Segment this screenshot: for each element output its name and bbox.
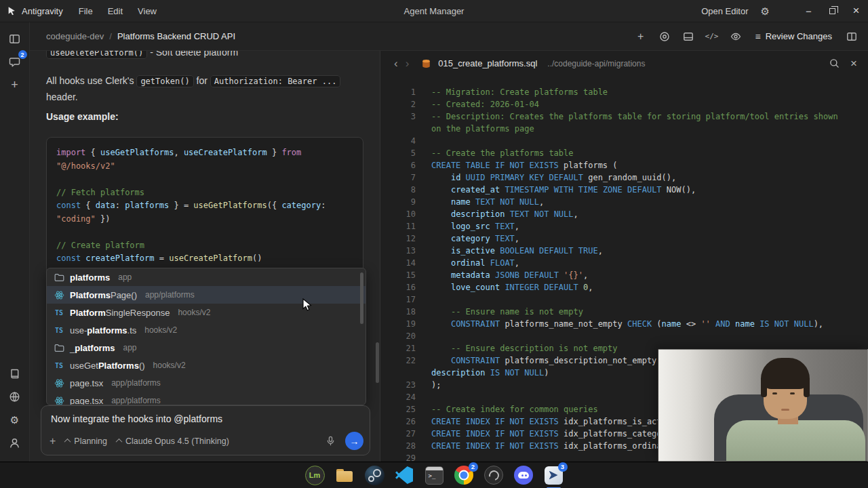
code-block-line: "coding" }): [56, 213, 353, 226]
new-agent-plus-icon[interactable]: +: [5, 75, 24, 94]
mention-item[interactable]: page.tsxapp/platforms: [47, 392, 366, 405]
panel-bottom-icon[interactable]: [682, 30, 695, 43]
mention-hint: app/platforms: [111, 378, 161, 388]
search-icon[interactable]: [829, 58, 840, 68]
code-line: 11 logo_src TEXT,: [380, 220, 868, 232]
send-arrow-icon: →: [350, 436, 359, 447]
taskbar-item-discord[interactable]: [513, 465, 534, 486]
model-selector[interactable]: Claude Opus 4.5 (Thinking): [117, 436, 229, 446]
mention-label: _platforms: [70, 343, 115, 353]
mention-label: use-platforms.ts: [70, 325, 136, 336]
taskbar-item-obs[interactable]: [484, 465, 505, 486]
mic-icon[interactable]: [326, 436, 336, 446]
send-button[interactable]: →: [345, 432, 363, 450]
close-button[interactable]: ×: [844, 0, 868, 22]
code-line: 8 created_at TIMESTAMP WITH TIME ZONE DE…: [380, 184, 868, 196]
editor-file-name[interactable]: 015_create_platforms.sql: [438, 58, 537, 68]
chat-scrollbar[interactable]: [376, 342, 379, 383]
taskbar-item-vscode[interactable]: [394, 465, 415, 486]
chat-code-block: import { useGetPlatforms, useCreatePlatf…: [46, 137, 363, 288]
mention-item[interactable]: _platformsapp: [47, 339, 366, 357]
menu-view[interactable]: View: [132, 6, 163, 16]
restore-icon: [829, 8, 835, 14]
chat-input-controls: + Planning Claude Opus 4.5 (Thinking) →: [50, 432, 363, 450]
taskbar-item-mint-menu[interactable]: Lm: [304, 465, 326, 486]
ts-icon: TS: [54, 309, 64, 317]
discord-icon: [514, 466, 533, 485]
inline-code-chip: useDeletePlatform(): [46, 51, 147, 59]
planning-mode-selector[interactable]: Planning: [65, 436, 107, 446]
chat-list-item-clipped: useDeletePlatform() - Soft delete platfo…: [46, 51, 363, 60]
breadcrumb-project[interactable]: codeguide-dev: [46, 31, 104, 41]
taskbar-item-chrome[interactable]: 2: [454, 465, 475, 486]
mention-item[interactable]: TSuse-platforms.tshooks/v2: [47, 321, 366, 339]
chat-input-text[interactable]: Now integrate the hooks into @platforms: [41, 406, 370, 424]
menu-edit[interactable]: Edit: [102, 6, 129, 16]
mention-item[interactable]: TSuseGetPlatforms()hooks/v2: [47, 357, 366, 374]
eye-icon[interactable]: [729, 30, 743, 43]
inline-code-gettoken: getToken(): [136, 75, 193, 87]
open-editor-button[interactable]: Open Editor: [701, 6, 748, 16]
mention-hint: app: [118, 272, 132, 282]
chevron-up-icon: [116, 439, 123, 445]
settings-gear-icon[interactable]: ⚙: [761, 6, 770, 16]
mention-label: PlatformSingleResponse: [70, 308, 170, 318]
code-line: 4: [380, 135, 868, 147]
mention-item[interactable]: PlatformsPage()app/platforms: [47, 286, 366, 304]
docs-book-icon[interactable]: [5, 364, 24, 383]
webcam-overlay: [658, 349, 868, 462]
mention-label: PlatformsPage(): [70, 290, 137, 300]
code-block-line: const createPlatform = useCreatePlatform…: [56, 252, 353, 266]
subheader: codeguide-dev / Platforms Backend CRUD A…: [30, 22, 868, 51]
knowledge-ring-icon[interactable]: [658, 30, 671, 43]
screen: Antigravity File Edit View Agent Manager…: [0, 0, 868, 488]
taskbar-item-terminal[interactable]: >_: [424, 465, 445, 486]
review-changes-button[interactable]: ≡ Review Changes: [755, 31, 832, 42]
code-icon[interactable]: </>: [705, 30, 719, 43]
menu-file[interactable]: File: [73, 6, 99, 16]
breadcrumb-separator: /: [109, 31, 112, 41]
account-person-icon[interactable]: [5, 433, 24, 452]
mention-item[interactable]: page.tsxapp/platforms: [47, 374, 366, 392]
react-icon: [54, 378, 64, 388]
minimize-button[interactable]: −: [797, 0, 821, 22]
mention-item[interactable]: TSPlatformSingleResponsehooks/v2: [47, 304, 366, 321]
chat-input-box[interactable]: Now integrate the hooks into @platforms …: [41, 405, 370, 455]
nav-forward-icon[interactable]: ›: [406, 58, 410, 69]
mention-item[interactable]: platformsapp: [47, 268, 366, 286]
new-plus-icon[interactable]: +: [634, 30, 648, 43]
person-mouth: [781, 409, 789, 411]
taskbar-item-file-manager[interactable]: [334, 465, 355, 486]
attach-plus-icon[interactable]: +: [50, 436, 56, 447]
close-editor-icon[interactable]: ×: [850, 58, 857, 69]
agent-chat-icon[interactable]: 2: [5, 52, 24, 71]
restore-button[interactable]: [821, 0, 844, 22]
split-layout-icon[interactable]: [845, 30, 859, 43]
code-line: 6CREATE TABLE IF NOT EXISTS platforms (: [380, 159, 868, 171]
code-block-line: [56, 173, 353, 186]
mention-scrollbar[interactable]: [360, 272, 363, 324]
close-icon: ×: [853, 4, 860, 18]
obs-icon: [484, 466, 503, 485]
mention-label: page.tsx: [70, 378, 103, 388]
code-line: 7 id UUID PRIMARY KEY DEFAULT gen_random…: [380, 171, 868, 184]
nav-back-icon[interactable]: ‹: [394, 58, 398, 69]
code-line: 14 ordinal FLOAT,: [380, 257, 868, 269]
breadcrumb-page-title[interactable]: Platforms Backend CRUD API: [117, 31, 235, 41]
person-eye: [790, 392, 795, 394]
folder-icon: [54, 344, 64, 352]
web-globe-icon[interactable]: [5, 387, 24, 406]
settings-gear-icon-rail[interactable]: ⚙: [5, 410, 24, 429]
code-line: 19 CONSTRAINT platforms_name_not_empty C…: [380, 318, 868, 330]
code-line: 9 name TEXT NOT NULL,: [380, 196, 868, 208]
mint-menu-icon: Lm: [305, 466, 325, 485]
sql-file-icon: [422, 59, 431, 68]
folder-icon: [54, 273, 64, 282]
window-controls: − ×: [797, 0, 868, 22]
taskbar-item-antigravity[interactable]: 3: [543, 465, 564, 486]
panel-layout-icon[interactable]: [5, 29, 24, 48]
code-block-line: import { useGetPlatforms, useCreatePlatf…: [56, 146, 353, 160]
taskbar-item-steam[interactable]: [364, 465, 385, 486]
activity-rail: 2 + ⚙: [0, 22, 30, 462]
steam-icon: [365, 466, 384, 485]
